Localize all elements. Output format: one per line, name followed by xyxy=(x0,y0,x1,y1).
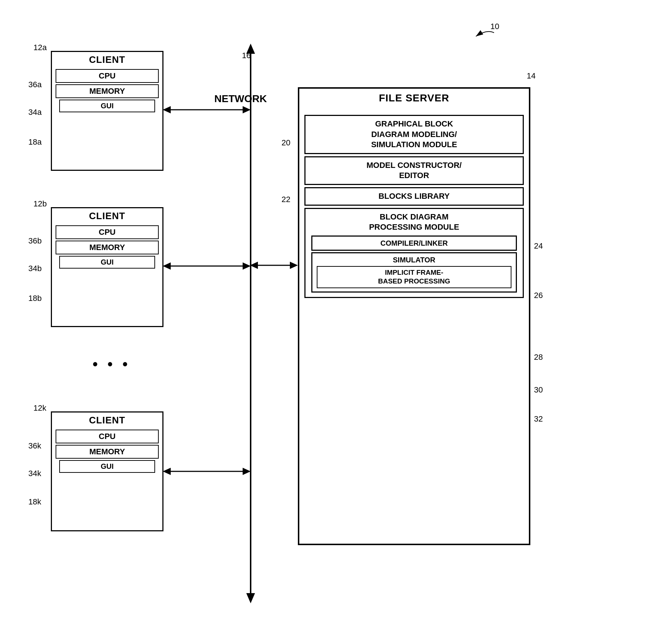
ref-36k: 36k xyxy=(28,441,41,451)
ref-22: 22 xyxy=(282,195,290,204)
module-graphical: GRAPHICAL BLOCKDIAGRAM MODELING/SIMULATI… xyxy=(304,115,524,154)
svg-marker-4 xyxy=(246,593,255,603)
ref-12k: 12k xyxy=(33,403,46,413)
client-k-memory: MEMORY xyxy=(56,445,159,459)
client-a-cpu: CPU xyxy=(56,69,159,83)
ref-14: 14 xyxy=(527,71,535,81)
svg-marker-16 xyxy=(250,262,258,269)
module-implicit-frame: IMPLICIT FRAME-BASED PROCESSING xyxy=(317,266,511,288)
client-b-box: CLIENT CPU MEMORY GUI xyxy=(51,207,163,327)
ref-34b: 34b xyxy=(28,264,42,273)
ref-12b: 12b xyxy=(33,199,47,209)
client-b-cpu: CPU xyxy=(56,225,159,239)
module-compiler: COMPILER/LINKER xyxy=(311,236,517,251)
client-b-memory: MEMORY xyxy=(56,241,159,254)
network-label: NETWORK xyxy=(214,93,267,105)
client-a-memory: MEMORY xyxy=(56,84,159,98)
module-blocks-library: BLOCKS LIBRARY xyxy=(304,187,524,206)
ref-36a: 36a xyxy=(28,80,42,89)
svg-marker-7 xyxy=(163,106,171,113)
client-k-gui: GUI xyxy=(59,460,155,473)
ref-16: 16 xyxy=(242,51,251,60)
ref-32: 32 xyxy=(534,414,543,424)
ref-18a: 18a xyxy=(28,137,42,147)
client-k-title: CLIENT xyxy=(52,412,162,428)
ref-20: 20 xyxy=(282,138,290,148)
client-b-title: CLIENT xyxy=(52,208,162,224)
module-block-diagram: BLOCK DIAGRAMPROCESSING MODULE COMPILER/… xyxy=(304,208,524,298)
dots: • • • xyxy=(93,356,130,373)
ref-10: 10 xyxy=(490,22,499,31)
svg-marker-13 xyxy=(163,468,171,475)
module-simulator: SIMULATOR IMPLICIT FRAME-BASED PROCESSIN… xyxy=(311,252,517,293)
file-server-title: FILE SERVER xyxy=(299,89,529,106)
client-a-box: CLIENT CPU MEMORY GUI xyxy=(51,51,163,171)
client-k-box: CLIENT CPU MEMORY GUI xyxy=(51,411,163,531)
ref-18k: 18k xyxy=(28,497,41,507)
file-server-box: FILE SERVER GRAPHICAL BLOCKDIAGRAM MODEL… xyxy=(298,87,530,545)
svg-marker-12 xyxy=(243,468,251,475)
client-b-gui: GUI xyxy=(59,256,155,269)
ref-18b: 18b xyxy=(28,294,42,303)
svg-marker-9 xyxy=(243,262,251,270)
diagram: 10 12a 36a 34a 18a CLIENT CPU MEMORY GUI… xyxy=(0,0,672,644)
ref-36b: 36b xyxy=(28,236,42,246)
ref-34k: 34k xyxy=(28,469,41,478)
ref-24: 24 xyxy=(534,241,543,251)
svg-marker-6 xyxy=(243,106,251,113)
client-a-gui: GUI xyxy=(59,100,155,112)
ref-12a: 12a xyxy=(33,43,47,52)
module-model-constructor: MODEL CONSTRUCTOR/EDITOR xyxy=(304,156,524,185)
client-a-title: CLIENT xyxy=(52,52,162,68)
svg-marker-10 xyxy=(163,262,171,270)
svg-marker-15 xyxy=(290,262,298,269)
ref-30: 30 xyxy=(534,385,543,395)
client-k-cpu: CPU xyxy=(56,430,159,443)
ref-26: 26 xyxy=(534,291,543,300)
ref-28: 28 xyxy=(534,353,543,362)
ref-34a: 34a xyxy=(28,108,42,117)
